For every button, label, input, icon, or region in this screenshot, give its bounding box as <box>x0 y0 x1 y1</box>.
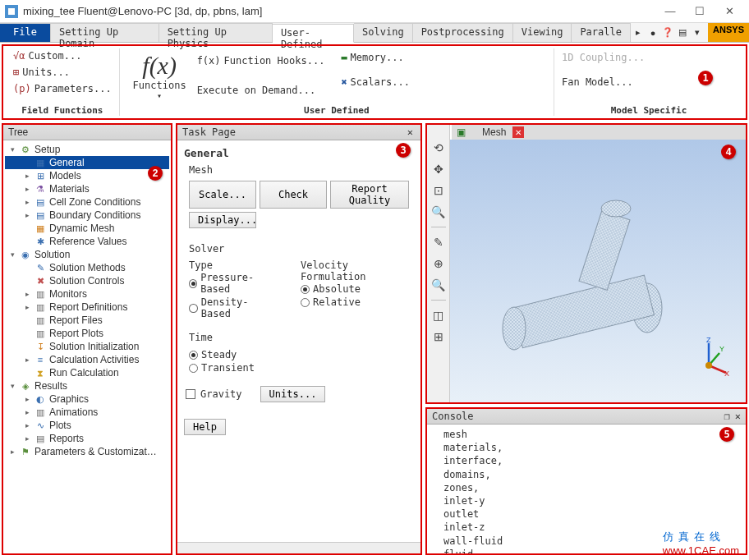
menu-file[interactable]: File <box>0 23 51 42</box>
tree-node-report-files[interactable]: ▥Report Files <box>5 314 169 327</box>
tree-toggle-icon[interactable]: ▾ <box>8 250 16 259</box>
units-button-task[interactable]: Units... <box>260 386 326 402</box>
tree-node-results[interactable]: ▾◈Results <box>5 379 169 392</box>
fan-model-button[interactable]: Fan Model... <box>559 75 647 90</box>
menu-tab-setting-up-domain[interactable]: Setting Up Domain <box>51 23 159 42</box>
menu-tab-paralle[interactable]: Paralle <box>572 23 631 42</box>
execute-button[interactable]: Execute on Demand... <box>195 83 328 98</box>
pan-icon[interactable]: ✥ <box>434 163 443 176</box>
custom-button[interactable]: √αCustom... <box>11 48 114 63</box>
tree-node-monitors[interactable]: ▸▥Monitors <box>5 287 169 301</box>
fx-icon: f(x) <box>142 52 177 80</box>
menu-tab-solving[interactable]: Solving <box>354 23 413 42</box>
tree-node-reports[interactable]: ▸▤Reports <box>5 432 169 445</box>
tree-node-plots[interactable]: ▸∿Plots <box>5 419 169 432</box>
view-icon[interactable]: ◫ <box>433 309 443 322</box>
console-close-icon[interactable]: ✕ <box>735 411 741 422</box>
check-button[interactable]: Check <box>260 181 327 209</box>
right-column: ▣ Mesh ✕ ⟲ ✥ ⊡ 🔍 ✎ ⊕ 🔍 ◫ ⊞ <box>425 123 747 555</box>
functions-button[interactable]: f(x) Functions▾ <box>125 48 195 103</box>
collapse-icon[interactable]: ● <box>646 23 660 42</box>
tree-toggle-icon[interactable]: ▸ <box>23 421 31 429</box>
memory-button[interactable]: ▬Memory... <box>338 50 411 65</box>
radio-vf-absolute[interactable]: Absolute <box>301 282 409 296</box>
tree-node-boundary-conditions[interactable]: ▸▤Boundary Conditions <box>5 209 169 222</box>
svg-text:Y: Y <box>719 345 724 353</box>
tree-node-parameters-customizat-[interactable]: ▸⚑Parameters & Customizat… <box>5 445 169 458</box>
tree-toggle-icon[interactable]: ▸ <box>23 356 31 364</box>
tree-toggle-icon[interactable]: ▸ <box>23 198 31 206</box>
tree-toggle-icon[interactable]: ▸ <box>23 408 31 416</box>
tree-node-solution-initialization[interactable]: ↧Solution Initialization <box>5 340 169 353</box>
zoom-box-icon[interactable]: ⊡ <box>434 184 443 197</box>
help-icon[interactable]: ❓ <box>660 23 675 42</box>
radio-time-transient[interactable]: Transient <box>189 361 409 374</box>
rotate-icon[interactable]: ⟲ <box>434 141 443 154</box>
tree-toggle-icon[interactable]: ▸ <box>23 395 31 403</box>
radio-type-density-based[interactable]: Density-Based <box>189 296 276 320</box>
mesh-tab-close[interactable]: ✕ <box>512 126 524 138</box>
tree-node-solution[interactable]: ▾◉Solution <box>5 248 169 261</box>
tree-node-calculation-activities[interactable]: ▸≡Calculation Activities <box>5 353 169 366</box>
tree-node-animations[interactable]: ▸▥Animations <box>5 406 169 419</box>
tree-toggle-icon[interactable]: ▸ <box>8 448 16 456</box>
mesh-viewport[interactable]: Z X Y <box>450 140 746 402</box>
ribbon-group-model-specific: 1D Coupling... Fan Model... Model Specif… <box>554 48 743 116</box>
overflow-icon[interactable]: ▸ <box>631 23 646 42</box>
tree-toggle-icon[interactable]: ▸ <box>23 211 31 219</box>
task-scrollbar[interactable] <box>177 542 420 553</box>
menu-tab-setting-up-physics[interactable]: Setting Up Physics <box>159 23 273 42</box>
close-button[interactable]: ✕ <box>715 2 744 21</box>
tree-node-graphics[interactable]: ▸◐Graphics <box>5 392 169 406</box>
scale-button[interactable]: Scale... <box>189 181 256 209</box>
tree-toggle-icon[interactable]: ▾ <box>8 145 16 154</box>
tree-body[interactable]: ▾⚙Setup▦General▸⊞Models▸⚗Materials▸▤Cell… <box>3 140 171 553</box>
report-quality-button[interactable]: Report Quality <box>330 181 409 209</box>
minimize-button[interactable]: — <box>655 2 685 21</box>
zoom-icon[interactable]: 🔍 <box>431 205 445 218</box>
menu-tab-postprocessing[interactable]: Postprocessing <box>413 23 513 42</box>
menu-tab-user-defined[interactable]: User-Defined <box>273 24 354 43</box>
fit-icon[interactable]: ⊕ <box>434 257 443 270</box>
layout-icon[interactable]: ▤ <box>675 23 690 42</box>
tree-node-solution-methods[interactable]: ✎Solution Methods <box>5 261 169 274</box>
parameters-button[interactable]: (p)Parameters... <box>11 81 114 96</box>
maximize-button[interactable]: ☐ <box>685 2 715 21</box>
zoom-in-icon[interactable]: 🔍 <box>431 278 445 291</box>
scalars-button[interactable]: ✖Scalars... <box>338 75 411 90</box>
tree-node-materials[interactable]: ▸⚗Materials <box>5 182 169 195</box>
ribbon: √αCustom... ⊞Units... (p)Parameters... F… <box>2 44 747 120</box>
task-close-icon[interactable]: ✕ <box>405 126 416 138</box>
radio-vf-relative[interactable]: Relative <box>301 296 409 309</box>
help-button[interactable]: Help <box>184 419 226 435</box>
tree-toggle-icon[interactable]: ▸ <box>23 185 31 193</box>
tree-toggle-icon[interactable]: ▾ <box>8 382 16 390</box>
tree-item-label: Monitors <box>49 288 87 300</box>
tree-toggle-icon[interactable]: ▸ <box>23 172 31 180</box>
tree-node-report-definitions[interactable]: ▸▥Report Definitions <box>5 301 169 314</box>
gravity-checkbox[interactable] <box>186 389 195 399</box>
display-button[interactable]: Display... <box>189 212 256 228</box>
tree-node-dynamic-mesh[interactable]: ▦Dynamic Mesh <box>5 222 169 235</box>
tree-toggle-icon[interactable]: ▸ <box>23 290 31 298</box>
type-label: Type <box>189 259 276 271</box>
units-button[interactable]: ⊞Units... <box>11 65 114 80</box>
radio-time-steady[interactable]: Steady <box>189 348 409 361</box>
camera-icon[interactable]: ⊞ <box>434 330 443 343</box>
radio-type-pressure-based[interactable]: Pressure-Based <box>189 271 276 296</box>
menu-tab-viewing[interactable]: Viewing <box>513 23 572 42</box>
tree-node-reference-values[interactable]: ✱Reference Values <box>5 235 169 248</box>
tree-node-cell-zone-conditions[interactable]: ▸▤Cell Zone Conditions <box>5 195 169 209</box>
tree-node-report-plots[interactable]: ▥Report Plots <box>5 327 169 340</box>
tree-toggle-icon[interactable]: ▸ <box>23 303 31 311</box>
tree-node-setup[interactable]: ▾⚙Setup <box>5 143 169 156</box>
probe-icon[interactable]: ✎ <box>434 236 443 249</box>
tree-node-models[interactable]: ▸⊞Models <box>5 169 169 182</box>
tree-node-run-calculation[interactable]: ⧗Run Calculation <box>5 366 169 379</box>
dropdown-icon[interactable]: ▾ <box>690 23 705 42</box>
tree-node-solution-controls[interactable]: ✖Solution Controls <box>5 274 169 287</box>
function-hooks-button[interactable]: f(x)Function Hooks... <box>195 53 328 68</box>
console-dock-icon[interactable]: ❐ <box>724 411 730 422</box>
tree-toggle-icon[interactable]: ▸ <box>23 434 31 443</box>
tree-node-general[interactable]: ▦General <box>5 156 169 169</box>
